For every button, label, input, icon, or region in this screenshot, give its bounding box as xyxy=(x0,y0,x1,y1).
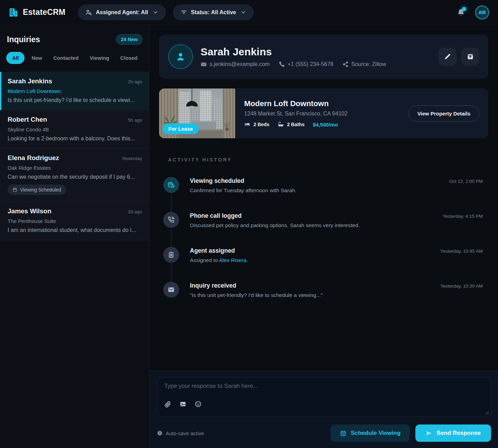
building-logo-icon xyxy=(8,7,19,18)
tab-closed[interactable]: Closed xyxy=(116,52,142,64)
list-item-james-wilson[interactable]: James Wilson 2d ago The Penthouse Suite … xyxy=(0,202,149,240)
inquiry-property: Oak Ridge Estates xyxy=(8,165,142,171)
estatecrm-app: EstateCRM Assigned Agent: All Status: Al… xyxy=(0,0,498,448)
inquiry-name: Elena Rodriguez xyxy=(8,154,59,162)
mail-icon xyxy=(201,61,207,67)
bath-icon xyxy=(278,121,284,128)
autosave-label: Auto-save active xyxy=(166,430,204,436)
composer-box xyxy=(157,377,491,417)
send-response-button[interactable]: Send Response xyxy=(415,424,491,442)
list-item-robert-chen[interactable]: Robert Chen 5h ago Skyline Condo 4B Look… xyxy=(0,110,149,149)
contact-phone-text: +1 (555) 234-5678 xyxy=(288,61,333,67)
edit-contact-button[interactable] xyxy=(439,48,456,66)
tab-new[interactable]: New xyxy=(27,52,46,64)
beds-text: 2 Beds xyxy=(253,122,269,127)
activity-title-text: Viewing scheduled xyxy=(190,177,438,185)
info-icon xyxy=(157,430,163,436)
contact-email-text: s.jenkins@example.com xyxy=(210,61,270,67)
activity-title-text: Inquiry received xyxy=(190,282,430,289)
inquiry-name: Robert Chen xyxy=(8,116,47,123)
contact-phone: +1 (555) 234-5678 xyxy=(279,61,333,67)
app-logo: EstateCRM xyxy=(8,7,65,18)
attach-file-button[interactable] xyxy=(164,401,171,408)
image-icon xyxy=(179,401,186,408)
archive-down-icon xyxy=(467,53,474,60)
send-icon xyxy=(426,430,432,436)
inquiry-name: Sarah Jenkins xyxy=(8,77,52,85)
phone-call-icon xyxy=(163,212,179,228)
activity-desc-suffix: . xyxy=(247,257,248,263)
inquiry-message: Is this unit pet-friendly? I'd like to s… xyxy=(8,97,142,103)
notifications-button[interactable] xyxy=(456,8,465,17)
activity-desc: Assigned to xyxy=(190,257,219,263)
viewing-scheduled-label: Viewing Scheduled xyxy=(20,187,61,193)
activity-desc: Confirmed for Tuesday afternoon with Sar… xyxy=(190,187,296,193)
calendar-icon xyxy=(340,430,347,437)
inquiry-time: 2d ago xyxy=(128,209,142,214)
archive-button[interactable] xyxy=(461,48,479,66)
baths-text: 2 Baths xyxy=(287,122,305,127)
tab-contacted[interactable]: Contacted xyxy=(49,52,83,64)
person-icon xyxy=(175,51,186,63)
inquiry-time: Yesterday xyxy=(121,156,142,161)
activity-timestamp: Yesterday, 10:30 AM xyxy=(440,282,486,298)
beds-spec: 2 Beds xyxy=(244,121,269,128)
person-search-icon xyxy=(85,9,92,16)
assigned-agent-filter[interactable]: Assigned Agent: All xyxy=(78,4,166,20)
calendar-clock-icon xyxy=(163,177,179,193)
inquiry-message: Looking for a 2-bedroom with a balcony. … xyxy=(8,136,142,142)
inquiry-property: The Penthouse Suite xyxy=(8,218,142,224)
tab-viewing[interactable]: Viewing xyxy=(85,52,113,64)
activity-timeline: Viewing scheduled Confirmed for Tuesday … xyxy=(163,177,486,298)
filter-icon xyxy=(181,9,187,16)
contact-email: s.jenkins@example.com xyxy=(201,61,270,67)
assigned-agent-filter-label: Assigned Agent: All xyxy=(96,9,148,16)
response-input[interactable] xyxy=(164,383,484,399)
activity-desc: Discussed pet policy and parking options… xyxy=(190,222,360,228)
bed-icon xyxy=(244,121,250,128)
smiley-icon xyxy=(195,401,202,408)
detail-panel: Sarah Jenkins s.jenkins@example.com +1 (… xyxy=(149,25,498,448)
pencil-icon xyxy=(444,53,451,60)
id-badge-icon xyxy=(163,247,179,263)
viewing-scheduled-badge: Viewing Scheduled xyxy=(8,185,66,195)
inquiry-name: James Wilson xyxy=(8,207,52,215)
status-filter[interactable]: Status: All Active xyxy=(173,4,254,20)
property-card: For Lease Modern Loft Downtown 1248 Mark… xyxy=(159,88,488,138)
timeline-item-agent-assigned: Agent assigned Assigned to Alex Rivera. … xyxy=(163,247,486,263)
contact-name: Sarah Jenkins xyxy=(201,46,386,58)
contact-source-text: Source: Zillow xyxy=(351,61,386,67)
response-composer: Auto-save active Schedule Viewing Send R… xyxy=(149,371,498,448)
activity-title-text: Agent assigned xyxy=(190,247,430,254)
view-property-details-button[interactable]: View Property Details xyxy=(408,105,479,122)
emoji-button[interactable] xyxy=(195,401,202,408)
list-item-elena-rodriguez[interactable]: Elena Rodriguez Yesterday Oak Ridge Esta… xyxy=(0,149,149,202)
agent-link[interactable]: Alex Rivera xyxy=(219,257,246,263)
resize-handle[interactable] xyxy=(485,411,489,415)
activity-timestamp: Yesterday, 4:15 PM xyxy=(443,212,486,228)
property-name: Modern Loft Downtown xyxy=(244,99,399,108)
inquiry-time: 5h ago xyxy=(128,118,142,123)
schedule-viewing-label: Schedule Viewing xyxy=(351,430,400,437)
schedule-viewing-button[interactable]: Schedule Viewing xyxy=(331,424,410,442)
notification-dot xyxy=(462,7,466,11)
activity-title-text: Phone call logged xyxy=(190,212,432,220)
timeline-item-phone-call: Phone call logged Discussed pet policy a… xyxy=(163,212,486,228)
activity-history-section: ACTIVITY HISTORY Viewing scheduled xyxy=(163,157,486,298)
inquiry-filter-tabs: All New Contacted Viewing Closed xyxy=(0,45,149,72)
insert-image-button[interactable] xyxy=(179,401,186,408)
list-item-sarah-jenkins[interactable]: Sarah Jenkins 2h ago Modern Loft Downtow… xyxy=(0,72,149,110)
avatar-initials: AR xyxy=(478,9,486,15)
share-icon xyxy=(342,61,349,67)
inquiry-message: I am an international student, what docu… xyxy=(8,227,142,233)
inquiry-time: 2h ago xyxy=(128,79,142,84)
inquiry-property: Modern Loft Downtown xyxy=(8,88,142,94)
activity-timestamp: Yesterday, 10:45 AM xyxy=(440,247,486,263)
tab-all[interactable]: All xyxy=(6,52,25,64)
app-title: EstateCRM xyxy=(23,8,65,17)
phone-icon xyxy=(279,61,285,67)
contact-avatar xyxy=(168,44,193,69)
sidebar-title: Inquiries xyxy=(7,35,40,44)
user-avatar[interactable]: AR xyxy=(475,6,489,19)
status-filter-label: Status: All Active xyxy=(191,9,236,16)
